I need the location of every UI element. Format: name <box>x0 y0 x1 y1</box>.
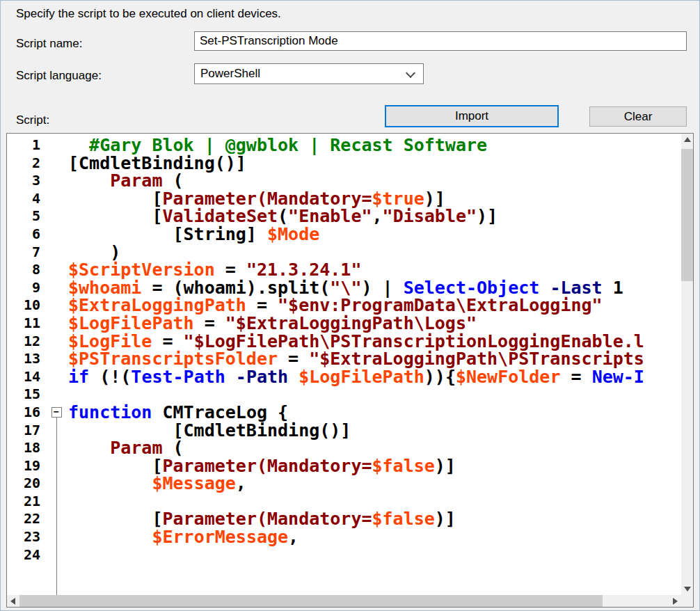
line-number: 8 <box>7 261 40 279</box>
vertical-scrollbar[interactable] <box>681 134 693 595</box>
code-line: [Parameter(Mandatory=$true)] <box>68 190 681 208</box>
line-number: 24 <box>7 546 40 564</box>
code-line <box>68 386 681 404</box>
code-line: $whoami = (whoami).split("\") | Select-O… <box>68 279 681 297</box>
line-number: 23 <box>7 528 40 546</box>
chevron-down-icon <box>406 68 415 78</box>
scrollbar-corner <box>681 595 693 607</box>
line-number: 6 <box>7 225 40 244</box>
line-number: 13 <box>7 350 40 368</box>
fold-cell <box>47 296 65 315</box>
line-number: 10 <box>7 296 40 315</box>
fold-cell <box>47 154 65 173</box>
fold-cell <box>47 136 65 154</box>
script-language-label: Script language: <box>16 69 102 83</box>
line-number: 15 <box>7 386 40 404</box>
code-line: $LogFilePath = "$ExtraLoggingPath\Logs" <box>68 315 681 333</box>
code-line: $ScriptVersion = "21.3.24.1" <box>68 261 681 279</box>
line-number: 21 <box>7 493 40 511</box>
code-area[interactable]: #Gary Blok | @gwblok | Recast Software[C… <box>65 134 681 595</box>
script-name-input[interactable] <box>194 31 687 51</box>
code-line: [CmdletBinding()] <box>68 154 681 173</box>
code-line: $PSTranscriptsFolder = "$ExtraLoggingPat… <box>68 350 681 368</box>
line-number: 22 <box>7 510 40 528</box>
fold-cell <box>47 279 65 297</box>
line-number: 19 <box>7 457 40 475</box>
fold-cell <box>47 368 65 386</box>
fold-cell <box>47 350 65 368</box>
horizontal-scrollbar[interactable] <box>7 595 681 607</box>
line-number: 18 <box>7 439 40 457</box>
line-number: 1 <box>7 136 40 154</box>
code-line <box>68 493 681 511</box>
script-name-label: Script name: <box>16 37 82 51</box>
create-script-dialog: Specify the script to be executed on cli… <box>0 0 700 611</box>
fold-cell <box>47 190 65 208</box>
script-code-editor[interactable]: 123456789101112131415161718192021222324 … <box>6 133 694 608</box>
horizontal-scrollbar-thumb[interactable] <box>19 595 603 607</box>
code-line: Param ( <box>68 439 681 457</box>
code-line: [CmdletBinding()] <box>68 422 681 440</box>
line-number: 7 <box>7 244 40 262</box>
code-line <box>68 546 681 564</box>
fold-cell <box>47 207 65 225</box>
scroll-left-arrow-icon[interactable] <box>7 595 19 607</box>
fold-cell <box>47 333 65 351</box>
line-number: 20 <box>7 475 40 493</box>
script-language-dropdown[interactable]: PowerShell <box>194 63 424 84</box>
code-line: $LogFile = "$LogFilePath\PSTranscription… <box>68 333 681 351</box>
code-line: #Gary Blok | @gwblok | Recast Software <box>68 136 681 154</box>
code-line: Param ( <box>68 172 681 190</box>
scroll-down-arrow-icon[interactable] <box>681 583 693 595</box>
line-number: 16 <box>7 404 40 422</box>
line-number: 14 <box>7 368 40 386</box>
code-line: [Parameter(Mandatory=$false)] <box>68 510 681 528</box>
scroll-right-arrow-icon[interactable] <box>669 595 681 607</box>
vertical-scrollbar-thumb[interactable] <box>681 149 693 281</box>
code-line: if (!(Test-Path -Path $LogFilePath)){$Ne… <box>68 368 681 386</box>
fold-cell <box>47 244 65 262</box>
scroll-up-arrow-icon[interactable] <box>681 134 693 145</box>
line-number: 9 <box>7 279 40 297</box>
fold-margin: − <box>47 134 65 595</box>
line-number: 11 <box>7 315 40 333</box>
line-number: 3 <box>7 172 40 190</box>
fold-collapse-icon[interactable]: − <box>51 407 62 418</box>
fold-cell <box>47 315 65 333</box>
line-number: 4 <box>7 190 40 208</box>
import-button[interactable]: Import <box>385 105 559 127</box>
fold-cell <box>47 386 65 404</box>
fold-guide-line <box>56 418 57 595</box>
line-number: 2 <box>7 154 40 173</box>
fold-cell <box>47 225 65 244</box>
line-number: 12 <box>7 333 40 351</box>
code-line: $Message, <box>68 475 681 493</box>
fold-cell <box>47 172 65 190</box>
instruction-text: Specify the script to be executed on cli… <box>16 7 281 21</box>
code-line: function CMTraceLog { <box>68 404 681 422</box>
code-line: [Parameter(Mandatory=$false)] <box>68 457 681 475</box>
code-line: $ExtraLoggingPath = "$env:ProgramData\Ex… <box>68 296 681 315</box>
line-number: 17 <box>7 422 40 440</box>
line-number-gutter: 123456789101112131415161718192021222324 <box>7 134 47 595</box>
code-line: ) <box>68 244 681 262</box>
script-label: Script: <box>16 113 49 127</box>
clear-button[interactable]: Clear <box>589 106 687 127</box>
code-line: [ValidateSet("Enable","Disable")] <box>68 207 681 225</box>
code-line: [String] $Mode <box>68 225 681 244</box>
script-language-value: PowerShell <box>200 67 260 81</box>
line-number: 5 <box>7 207 40 225</box>
code-line: $ErrorMessage, <box>68 528 681 546</box>
editor-content[interactable]: 123456789101112131415161718192021222324 … <box>7 134 681 595</box>
fold-cell <box>47 261 65 279</box>
